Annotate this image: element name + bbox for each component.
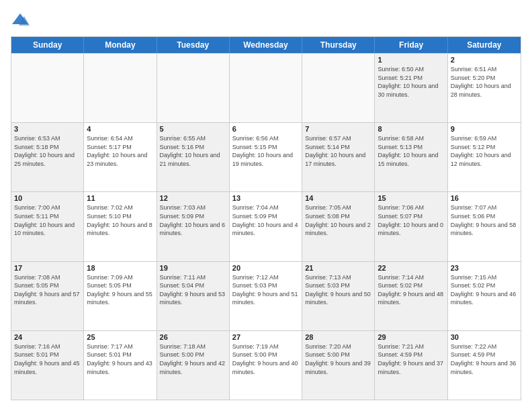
calendar-row-0: 1Sunrise: 6:50 AM Sunset: 5:21 PM Daylig… [11,53,521,122]
day-number: 20 [232,264,299,272]
calendar-cell: 17Sunrise: 7:08 AM Sunset: 5:05 PM Dayli… [11,262,84,330]
day-number: 30 [451,333,518,341]
day-number: 18 [87,264,153,272]
header-day-thursday: Thursday [302,37,375,53]
day-number: 25 [87,333,153,341]
calendar-cell [157,54,230,122]
calendar-cell: 16Sunrise: 7:07 AM Sunset: 5:06 PM Dayli… [448,192,521,261]
calendar-cell [11,54,84,122]
header-day-friday: Friday [375,37,447,53]
day-number: 22 [378,264,444,272]
day-info: Sunrise: 7:11 AM Sunset: 5:04 PM Dayligh… [160,273,226,307]
day-number: 21 [305,264,371,272]
calendar-cell: 21Sunrise: 7:13 AM Sunset: 5:03 PM Dayli… [302,262,375,330]
calendar-cell: 13Sunrise: 7:04 AM Sunset: 5:09 PM Dayli… [230,192,302,261]
day-info: Sunrise: 6:59 AM Sunset: 5:12 PM Dayligh… [451,134,518,168]
day-info: Sunrise: 7:19 AM Sunset: 5:00 PM Dayligh… [232,342,299,376]
day-info: Sunrise: 7:04 AM Sunset: 5:09 PM Dayligh… [232,203,299,237]
calendar-cell: 11Sunrise: 7:02 AM Sunset: 5:10 PM Dayli… [84,192,157,261]
day-info: Sunrise: 7:05 AM Sunset: 5:08 PM Dayligh… [305,203,371,237]
calendar-row-4: 24Sunrise: 7:16 AM Sunset: 5:01 PM Dayli… [11,330,521,400]
day-number: 27 [232,333,299,341]
calendar-cell: 1Sunrise: 6:50 AM Sunset: 5:21 PM Daylig… [375,54,447,122]
calendar-cell: 15Sunrise: 7:06 AM Sunset: 5:07 PM Dayli… [375,192,447,261]
calendar-cell: 20Sunrise: 7:12 AM Sunset: 5:03 PM Dayli… [230,262,302,330]
day-info: Sunrise: 7:12 AM Sunset: 5:03 PM Dayligh… [232,273,299,307]
day-number: 16 [451,194,518,202]
calendar-cell: 30Sunrise: 7:22 AM Sunset: 4:59 PM Dayli… [448,331,521,400]
header-day-tuesday: Tuesday [157,37,230,53]
calendar-cell [230,54,302,122]
day-info: Sunrise: 7:16 AM Sunset: 5:01 PM Dayligh… [14,342,81,376]
day-info: Sunrise: 6:55 AM Sunset: 5:16 PM Dayligh… [160,134,226,168]
day-info: Sunrise: 7:09 AM Sunset: 5:05 PM Dayligh… [87,273,153,307]
day-number: 11 [87,194,153,202]
header [11,11,521,30]
calendar-body: 1Sunrise: 6:50 AM Sunset: 5:21 PM Daylig… [11,53,521,400]
calendar-cell: 24Sunrise: 7:16 AM Sunset: 5:01 PM Dayli… [11,331,84,400]
calendar-cell: 3Sunrise: 6:53 AM Sunset: 5:18 PM Daylig… [11,123,84,191]
day-info: Sunrise: 6:57 AM Sunset: 5:14 PM Dayligh… [305,134,371,168]
day-number: 12 [160,194,226,202]
day-number: 3 [14,125,81,133]
page: SundayMondayTuesdayWednesdayThursdayFrid… [0,0,532,411]
calendar-row-1: 3Sunrise: 6:53 AM Sunset: 5:18 PM Daylig… [11,122,521,191]
day-number: 10 [14,194,81,202]
day-info: Sunrise: 6:51 AM Sunset: 5:20 PM Dayligh… [451,65,518,99]
day-number: 17 [14,264,81,272]
day-info: Sunrise: 6:50 AM Sunset: 5:21 PM Dayligh… [378,65,444,99]
calendar: SundayMondayTuesdayWednesdayThursdayFrid… [11,36,521,400]
day-info: Sunrise: 7:02 AM Sunset: 5:10 PM Dayligh… [87,203,153,237]
calendar-cell: 2Sunrise: 6:51 AM Sunset: 5:20 PM Daylig… [448,54,521,122]
calendar-cell: 7Sunrise: 6:57 AM Sunset: 5:14 PM Daylig… [302,123,375,191]
logo-icon [11,11,30,30]
calendar-cell: 26Sunrise: 7:18 AM Sunset: 5:00 PM Dayli… [157,331,230,400]
day-info: Sunrise: 6:54 AM Sunset: 5:17 PM Dayligh… [87,134,153,168]
calendar-cell: 23Sunrise: 7:15 AM Sunset: 5:02 PM Dayli… [448,262,521,330]
day-number: 2 [451,56,518,64]
calendar-row-3: 17Sunrise: 7:08 AM Sunset: 5:05 PM Dayli… [11,261,521,330]
calendar-cell: 27Sunrise: 7:19 AM Sunset: 5:00 PM Dayli… [230,331,302,400]
header-day-monday: Monday [84,37,157,53]
day-number: 4 [87,125,153,133]
calendar-cell: 6Sunrise: 6:56 AM Sunset: 5:15 PM Daylig… [230,123,302,191]
day-info: Sunrise: 7:03 AM Sunset: 5:09 PM Dayligh… [160,203,226,237]
calendar-cell [84,54,157,122]
day-number: 9 [451,125,518,133]
calendar-header: SundayMondayTuesdayWednesdayThursdayFrid… [11,37,521,53]
day-number: 8 [378,125,444,133]
header-day-sunday: Sunday [11,37,84,53]
day-number: 23 [451,264,518,272]
calendar-cell: 9Sunrise: 6:59 AM Sunset: 5:12 PM Daylig… [448,123,521,191]
day-number: 1 [378,56,444,64]
day-number: 26 [160,333,226,341]
day-number: 5 [160,125,226,133]
day-number: 13 [232,194,299,202]
logo [11,11,31,30]
calendar-cell: 12Sunrise: 7:03 AM Sunset: 5:09 PM Dayli… [157,192,230,261]
calendar-cell: 14Sunrise: 7:05 AM Sunset: 5:08 PM Dayli… [302,192,375,261]
day-number: 15 [378,194,444,202]
calendar-row-2: 10Sunrise: 7:00 AM Sunset: 5:11 PM Dayli… [11,191,521,261]
day-info: Sunrise: 7:15 AM Sunset: 5:02 PM Dayligh… [451,273,518,307]
day-info: Sunrise: 7:17 AM Sunset: 5:01 PM Dayligh… [87,342,153,376]
calendar-cell: 8Sunrise: 6:58 AM Sunset: 5:13 PM Daylig… [375,123,447,191]
day-number: 28 [305,333,371,341]
day-info: Sunrise: 7:13 AM Sunset: 5:03 PM Dayligh… [305,273,371,307]
day-info: Sunrise: 7:00 AM Sunset: 5:11 PM Dayligh… [14,203,81,237]
calendar-cell: 22Sunrise: 7:14 AM Sunset: 5:02 PM Dayli… [375,262,447,330]
day-number: 7 [305,125,371,133]
calendar-cell: 25Sunrise: 7:17 AM Sunset: 5:01 PM Dayli… [84,331,157,400]
calendar-cell: 4Sunrise: 6:54 AM Sunset: 5:17 PM Daylig… [84,123,157,191]
day-info: Sunrise: 6:56 AM Sunset: 5:15 PM Dayligh… [232,134,299,168]
day-info: Sunrise: 7:20 AM Sunset: 5:00 PM Dayligh… [305,342,371,376]
calendar-cell: 5Sunrise: 6:55 AM Sunset: 5:16 PM Daylig… [157,123,230,191]
day-number: 19 [160,264,226,272]
day-info: Sunrise: 7:18 AM Sunset: 5:00 PM Dayligh… [160,342,226,376]
calendar-cell: 19Sunrise: 7:11 AM Sunset: 5:04 PM Dayli… [157,262,230,330]
day-info: Sunrise: 7:14 AM Sunset: 5:02 PM Dayligh… [378,273,444,307]
calendar-cell: 28Sunrise: 7:20 AM Sunset: 5:00 PM Dayli… [302,331,375,400]
day-number: 29 [378,333,444,341]
calendar-cell: 29Sunrise: 7:21 AM Sunset: 4:59 PM Dayli… [375,331,447,400]
day-number: 6 [232,125,299,133]
